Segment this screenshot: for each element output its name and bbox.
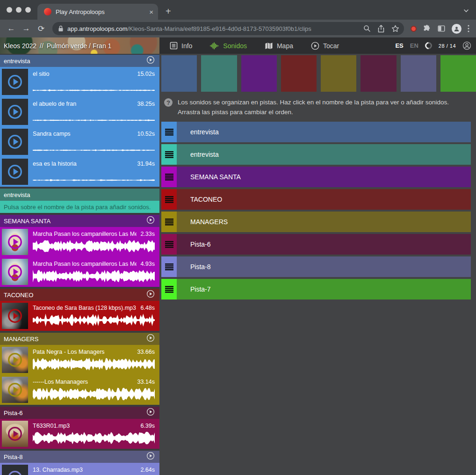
track-row[interactable]: Pista-7 <box>161 279 471 300</box>
language-es[interactable]: ES <box>395 42 403 49</box>
play-circle-icon[interactable] <box>146 216 155 224</box>
play-circle-icon[interactable] <box>146 452 155 460</box>
track-name-bar[interactable]: entrevista <box>177 122 471 142</box>
play-circle-icon[interactable] <box>146 290 155 298</box>
extensions-puzzle-icon[interactable] <box>423 24 431 33</box>
track-row[interactable]: Pista-6 <box>161 234 471 255</box>
track-row[interactable]: SEMANA SANTA <box>161 167 471 187</box>
play-circle-icon[interactable] <box>146 334 155 342</box>
drag-handle[interactable] <box>161 144 177 165</box>
track-play-button[interactable] <box>146 334 155 344</box>
clip-item[interactable]: Marcha Pasan los campanilleros Las Mejor… <box>0 227 159 257</box>
clip-thumbnail[interactable] <box>2 421 28 447</box>
track-play-button[interactable] <box>146 216 155 226</box>
browser-menu-kebab-icon[interactable] <box>468 25 469 32</box>
play-icon[interactable] <box>6 468 24 475</box>
track-name-bar[interactable]: Pista-6 <box>177 234 471 255</box>
play-icon[interactable] <box>6 263 24 281</box>
clip-item[interactable]: el abuelo de fran38.25s <box>0 97 159 127</box>
sidebar-track-header[interactable]: entrevista <box>0 189 159 201</box>
sidebar-track-header[interactable]: SEMANA SANTA <box>0 215 159 227</box>
track-name-bar[interactable]: MANAGERS <box>177 212 471 232</box>
nav-tab-tocar[interactable]: Tocar <box>311 42 339 50</box>
clip-item[interactable]: 13. Charradas.mp32.64s <box>0 463 159 475</box>
track-name-bar[interactable]: Pista-7 <box>177 279 471 300</box>
track-name-bar[interactable]: entrevista <box>177 144 471 165</box>
clip-thumbnail[interactable] <box>2 229 28 255</box>
sidebar-track-header[interactable]: entrevista <box>0 55 159 67</box>
zoom-icon[interactable] <box>363 25 371 32</box>
track-row[interactable]: entrevista <box>161 122 471 142</box>
clip-thumbnail[interactable] <box>2 303 28 329</box>
clip-item[interactable]: esa es la historia31.94s <box>0 157 159 187</box>
tab-close-icon[interactable]: × <box>149 8 153 15</box>
drag-handle[interactable] <box>161 256 177 277</box>
track-row[interactable]: entrevista <box>161 144 471 165</box>
nav-tab-sonidos[interactable]: Sonidos <box>210 42 247 50</box>
back-button[interactable]: ← <box>5 22 18 35</box>
sidebar-track-header[interactable]: TACONEO <box>0 289 159 301</box>
window-minimize-button[interactable] <box>16 7 22 13</box>
clip-thumbnail[interactable] <box>2 377 28 403</box>
share-icon[interactable] <box>377 25 385 33</box>
track-name-bar[interactable]: Pista-8 <box>177 256 471 277</box>
play-icon[interactable] <box>6 351 24 369</box>
forward-button[interactable]: → <box>20 22 33 35</box>
bookmark-star-icon[interactable] <box>391 25 399 32</box>
track-row[interactable]: TACONEO <box>161 189 471 210</box>
drag-handle[interactable] <box>161 167 177 187</box>
window-controls[interactable] <box>0 0 37 20</box>
breadcrumb[interactable]: Kleos 2022 // Pulmón verde / Fran 1 <box>0 37 159 54</box>
browser-tab[interactable]: Play Antropoloops × <box>37 4 158 20</box>
play-icon[interactable] <box>6 424 24 443</box>
drag-handle[interactable] <box>161 279 177 300</box>
clip-item[interactable]: ------Los Mananagers33.14s <box>0 375 159 405</box>
clip-item[interactable]: el sitio15.02s <box>0 67 159 97</box>
drag-handle[interactable] <box>161 212 177 232</box>
nav-tab-info[interactable]: Info <box>170 42 192 50</box>
recording-extension-icon[interactable] <box>411 26 417 32</box>
clip-thumbnail[interactable] <box>2 465 28 475</box>
track-play-button[interactable] <box>146 290 155 300</box>
drag-handle[interactable] <box>161 122 177 142</box>
clip-thumbnail[interactable] <box>2 99 28 125</box>
clip-item[interactable]: Pata Negra - Los Managers33.66s <box>0 345 159 375</box>
drag-handle[interactable] <box>161 189 177 210</box>
side-panel-icon[interactable] <box>437 24 446 33</box>
clip-thumbnail[interactable] <box>2 159 28 185</box>
clip-thumbnail[interactable] <box>2 347 28 373</box>
play-icon[interactable] <box>6 162 24 181</box>
nav-tab-mapa[interactable]: Mapa <box>265 42 293 50</box>
track-play-button[interactable] <box>146 452 155 462</box>
play-circle-icon[interactable] <box>146 408 155 416</box>
track-name-bar[interactable]: TACONEO <box>177 189 471 210</box>
clip-thumbnail[interactable] <box>2 129 28 155</box>
play-circle-icon[interactable] <box>146 56 155 64</box>
drag-handle[interactable] <box>161 234 177 255</box>
window-zoom-button[interactable] <box>25 7 31 13</box>
track-play-button[interactable] <box>146 56 155 66</box>
clip-thumbnail[interactable] <box>2 259 28 285</box>
play-icon[interactable] <box>6 102 24 121</box>
breadcrumb-project[interactable]: Kleos 2022 <box>4 42 36 50</box>
sidebar-track-header[interactable]: Pista-6 <box>0 407 159 419</box>
track-name-bar[interactable]: SEMANA SANTA <box>177 167 471 187</box>
track-row[interactable]: Pista-8 <box>161 256 471 277</box>
clip-item[interactable]: Taconeo de Sara Baras (128 kbps).mp36.48… <box>0 301 159 331</box>
address-bar[interactable]: app.antropoloops.com/Kleos-Santa-Marina/… <box>52 22 404 35</box>
new-tab-button[interactable]: + <box>166 7 171 16</box>
play-icon[interactable] <box>6 73 24 91</box>
sidebar-track-header[interactable]: MANAGERS <box>0 333 159 345</box>
window-close-button[interactable] <box>7 7 12 13</box>
clip-item[interactable]: T633R01.mp36.39s <box>0 419 159 449</box>
reload-button[interactable]: ⟳ <box>35 22 48 35</box>
play-icon[interactable] <box>6 307 24 325</box>
clip-item[interactable]: Sandra camps10.52s <box>0 127 159 157</box>
clip-thumbnail[interactable] <box>2 69 28 95</box>
play-icon[interactable] <box>6 132 24 151</box>
account-icon[interactable] <box>462 41 471 50</box>
tab-search-chevron-icon[interactable] <box>463 7 469 14</box>
language-en[interactable]: EN <box>410 42 418 49</box>
play-icon[interactable] <box>6 233 24 251</box>
track-play-button[interactable] <box>146 408 155 418</box>
